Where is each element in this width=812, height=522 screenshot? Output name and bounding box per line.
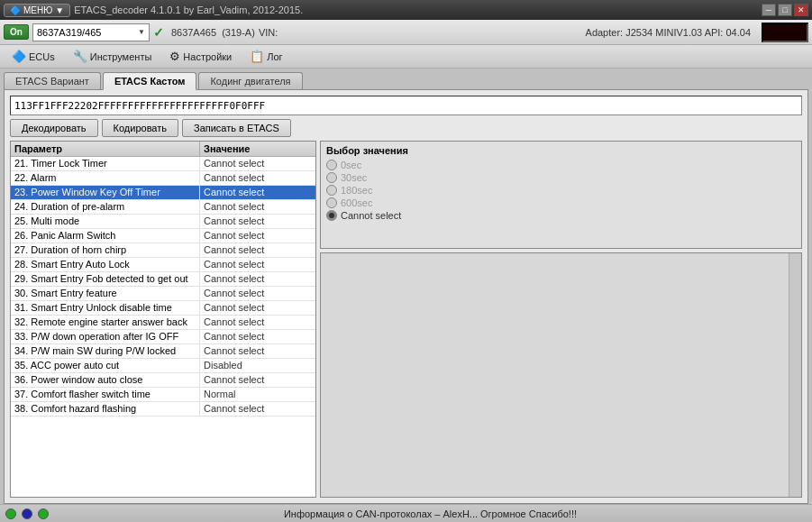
write-button[interactable]: Записать в ETACS — [182, 119, 291, 137]
param-value-cell: Cannot select — [200, 330, 315, 343]
value-col-header: Значение — [200, 142, 315, 156]
param-col-header: Параметр — [11, 142, 200, 156]
selection-panel: Выбор значения 0sec30sec180sec600secCann… — [320, 141, 802, 249]
selection-title: Выбор значения — [326, 145, 796, 156]
status-dot-1 — [5, 508, 16, 519]
param-value-cell: Cannot select — [200, 373, 315, 387]
tab-engine-coding[interactable]: Кодинг двигателя — [198, 72, 302, 89]
table-row[interactable]: 37. Comfort flasher switch timeNormal — [11, 388, 315, 402]
radio-circle-icon — [326, 172, 337, 183]
table-row[interactable]: 33. P/W down operation after IG OFFCanno… — [11, 330, 315, 344]
radio-circle-icon — [326, 210, 337, 221]
table-row[interactable]: 27. Duration of horn chirpCannot select — [11, 243, 315, 258]
params-panel: Параметр Значение 21. Timer Lock TimerCa… — [10, 141, 316, 498]
param-value-cell: Cannot select — [200, 258, 315, 271]
main-content: Декодировать Кодировать Записать в ETACS… — [4, 89, 808, 504]
radio-label: Cannot select — [341, 210, 401, 221]
table-row[interactable]: 30. Smart Entry featureCannot select — [11, 287, 315, 301]
param-name-cell: 25. Multi mode — [11, 215, 200, 228]
menu-button[interactable]: 🔷 МЕНЮ ▼ — [4, 4, 70, 17]
nav-settings[interactable]: ⚙ Настройки — [161, 47, 240, 66]
param-value-cell: Cannot select — [200, 316, 315, 329]
combo-arrow-icon: ▼ — [138, 28, 145, 36]
nav-ecus[interactable]: 🔷 ЕСUs — [4, 47, 63, 66]
toolbar: On 8637A319/465 ▼ ✓ 8637A465 (319-A) VIN… — [0, 20, 812, 45]
maximize-button[interactable]: □ — [778, 4, 792, 16]
param-value-cell: Cannot select — [200, 287, 315, 300]
param-value-cell: Cannot select — [200, 402, 315, 416]
ecu-selector[interactable]: 8637A319/465 ▼ — [32, 23, 150, 41]
param-name-cell: 22. Alarm — [11, 171, 200, 185]
param-value-cell: Cannot select — [200, 229, 315, 243]
radio-option[interactable]: 600sec — [326, 197, 796, 208]
table-row[interactable]: 28. Smart Entry Auto LockCannot select — [11, 258, 315, 272]
table-row[interactable]: 32. Remote engine starter answer backCan… — [11, 316, 315, 330]
param-value-cell: Cannot select — [200, 200, 315, 214]
radio-label: 180sec — [341, 185, 372, 196]
table-row[interactable]: 36. Power window auto closeCannot select — [11, 373, 315, 388]
param-value-cell: Cannot select — [200, 344, 315, 358]
radio-label: 600sec — [341, 197, 372, 208]
close-button[interactable]: ✕ — [794, 4, 808, 16]
params-header: Параметр Значение — [11, 142, 315, 157]
param-value-cell: Cannot select — [200, 301, 315, 315]
table-row[interactable]: 21. Timer Lock TimerCannot select — [11, 157, 315, 171]
log-icon: 📋 — [250, 50, 264, 63]
hex-input[interactable] — [10, 96, 802, 115]
decode-button[interactable]: Декодировать — [10, 119, 98, 137]
checkmark-icon: ✓ — [153, 25, 164, 40]
ecu-icon: 🔷 — [12, 50, 26, 63]
status-dot-3 — [38, 508, 49, 519]
param-name-cell: 31. Smart Entry Unlock disable time — [11, 301, 200, 315]
table-row[interactable]: 25. Multi modeCannot select — [11, 215, 315, 229]
table-row[interactable]: 31. Smart Entry Unlock disable timeCanno… — [11, 301, 315, 316]
vin-label: VIN: — [259, 27, 278, 38]
table-row[interactable]: 38. Comfort hazard flashingCannot select — [11, 402, 315, 417]
param-value-cell: Cannot select — [200, 272, 315, 286]
param-name-cell: 34. P/W main SW during P/W locked — [11, 344, 200, 358]
table-row[interactable]: 24. Duration of pre-alarmCannot select — [11, 200, 315, 215]
minimize-button[interactable]: ─ — [762, 4, 776, 16]
radio-option[interactable]: 0sec — [326, 160, 796, 170]
param-name-cell: 24. Duration of pre-alarm — [11, 200, 200, 214]
adapter-info: Adapter: J2534 MINIV1.03 API: 04.04 — [586, 27, 751, 38]
param-name-cell: 29. Smart Entry Fob detected to get out — [11, 272, 200, 286]
radio-option[interactable]: Cannot select — [326, 210, 796, 221]
table-row[interactable]: 26. Panic Alarm SwitchCannot select — [11, 229, 315, 243]
action-buttons: Декодировать Кодировать Записать в ETACS — [10, 119, 802, 137]
tab-etacs-custom[interactable]: ETACS Кастом — [103, 72, 197, 90]
table-area: Параметр Значение 21. Timer Lock TimerCa… — [10, 141, 802, 498]
radio-option[interactable]: 30sec — [326, 172, 796, 183]
status-dot-2 — [22, 508, 32, 519]
scrollbar[interactable] — [789, 253, 801, 497]
description-panel — [320, 252, 802, 498]
param-value-cell: Cannot select — [200, 171, 315, 185]
param-name-cell: 30. Smart Entry feature — [11, 287, 200, 300]
table-row[interactable]: 34. P/W main SW during P/W lockedCannot … — [11, 344, 315, 359]
on-button[interactable]: On — [4, 24, 29, 40]
settings-icon: ⚙ — [169, 50, 180, 63]
params-list: 21. Timer Lock TimerCannot select22. Ala… — [11, 157, 315, 417]
table-row[interactable]: 22. AlarmCannot select — [11, 171, 315, 186]
table-row[interactable]: 29. Smart Entry Fob detected to get outC… — [11, 272, 315, 287]
param-value-cell: Cannot select — [200, 243, 315, 257]
table-row[interactable]: 35. ACC power auto cutDisabled — [11, 359, 315, 373]
tab-bar: ETACS Вариант ETACS Кастом Кодинг двигат… — [0, 69, 812, 89]
encode-button[interactable]: Кодировать — [102, 119, 178, 137]
table-row[interactable]: 23. Power Window Key Off TimerCannot sel… — [11, 186, 315, 200]
mitsubishi-icon: 🔷 — [10, 5, 21, 15]
param-name-cell: 26. Panic Alarm Switch — [11, 229, 200, 243]
title-bar: 🔷 МЕНЮ ▼ ETACS_decoder 4.1.0.1 by Earl_V… — [0, 0, 812, 20]
nav-tools[interactable]: 🔧 Инструменты — [65, 47, 160, 66]
param-value-cell: Normal — [200, 388, 315, 401]
tab-etacs-variant[interactable]: ETACS Вариант — [4, 72, 101, 89]
status-text: Информация о CAN-протоколах – AlexH... О… — [54, 508, 807, 519]
nav-log[interactable]: 📋 Лог — [242, 47, 290, 66]
status-bar: Информация о CAN-протоколах – AlexH... О… — [0, 504, 812, 522]
param-name-cell: 23. Power Window Key Off Timer — [11, 186, 200, 199]
param-value-cell: Cannot select — [200, 157, 315, 170]
radio-label: 0sec — [341, 160, 361, 170]
radio-option[interactable]: 180sec — [326, 185, 796, 196]
param-value-cell: Disabled — [200, 359, 315, 372]
tools-icon: 🔧 — [73, 50, 87, 63]
